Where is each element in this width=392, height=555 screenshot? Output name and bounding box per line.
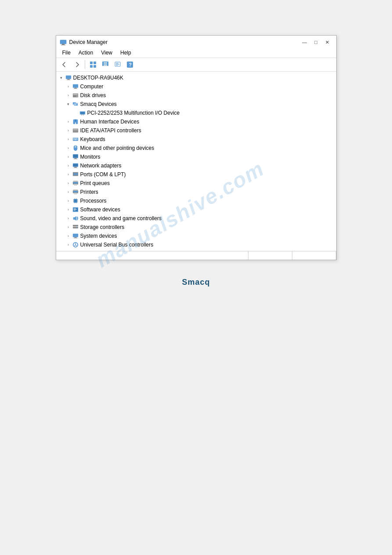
svg-rect-19 [66, 80, 70, 80]
maximize-button[interactable]: □ [311, 38, 321, 46]
label-monitors: Monitors [80, 153, 101, 161]
tree-item-software[interactable]: › Software devices [56, 205, 336, 214]
icon-smacq [72, 101, 79, 108]
label-printq: Print queues [80, 179, 110, 187]
label-disk: Disk drives [80, 91, 106, 99]
expander-disk[interactable]: › [65, 92, 72, 99]
menu-help[interactable]: Help [117, 49, 135, 57]
svg-rect-93 [72, 234, 78, 237]
svg-rect-31 [80, 112, 84, 114]
icon-keyboards [72, 136, 79, 143]
svg-text:?: ? [129, 62, 131, 67]
svg-rect-2 [61, 45, 65, 45]
svg-rect-6 [94, 65, 96, 68]
tree-item-printq[interactable]: › Print queues [56, 179, 336, 188]
menu-action[interactable]: Action [75, 49, 97, 57]
svg-rect-37 [75, 120, 76, 121]
tree-item-ports[interactable]: › Ports (COM & LPT) [56, 170, 336, 179]
tree-item-system[interactable]: › System devices [56, 232, 336, 240]
label-sound: Sound, video and game controllers [80, 214, 162, 222]
svg-rect-76 [73, 201, 73, 202]
expander-mice[interactable]: › [65, 145, 72, 152]
icon-software [72, 206, 79, 213]
svg-rect-63 [75, 173, 76, 175]
expander-ports[interactable]: › [65, 171, 72, 178]
tree-item-network[interactable]: › Network adapters [56, 161, 336, 170]
help-button[interactable]: ? [124, 59, 136, 70]
svg-rect-39 [73, 129, 78, 130]
show-warning-button[interactable] [100, 59, 111, 70]
tree-item-sound[interactable]: › Sound, video and game controllers [56, 214, 336, 223]
expander-storage[interactable]: › [65, 224, 72, 231]
expander-usb[interactable]: › [65, 241, 72, 248]
svg-rect-75 [73, 200, 73, 200]
tree-item-keyboards[interactable]: › Keyboards [56, 135, 336, 144]
toolbar: ? [56, 58, 336, 72]
expander-hid[interactable]: › [65, 118, 72, 125]
svg-rect-42 [73, 138, 74, 139]
svg-rect-5 [90, 65, 93, 68]
svg-rect-14 [116, 65, 118, 65]
svg-rect-59 [74, 167, 76, 168]
svg-rect-77 [77, 200, 78, 200]
svg-rect-85 [73, 208, 76, 209]
tree-item-pci[interactable]: PCI-2252/2253 Multifunction I/O Device [56, 109, 336, 117]
expander-ide[interactable]: › [65, 127, 72, 134]
svg-rect-28 [74, 104, 77, 104]
svg-rect-67 [73, 182, 78, 184]
tree-item-hid[interactable]: › Human Interface Devices [56, 117, 336, 126]
tree-item-printers[interactable]: › Printers [56, 188, 336, 196]
minimize-button[interactable]: — [299, 38, 310, 46]
tree-item-ide[interactable]: › IDE ATA/ATAPI controllers [56, 126, 336, 135]
svg-rect-18 [67, 79, 69, 80]
menu-view[interactable]: View [97, 49, 116, 57]
devices-by-type-button[interactable] [87, 59, 99, 70]
tree-item-storage[interactable]: › Storage controllers [56, 223, 336, 232]
expander-system[interactable]: › [65, 232, 72, 239]
tree-item-computer[interactable]: › Computer [56, 82, 336, 91]
svg-rect-22 [73, 88, 77, 89]
tree-item-smacq[interactable]: ▾ Smacq Devices [56, 100, 336, 109]
svg-rect-46 [73, 139, 74, 140]
expander-computer[interactable]: › [65, 83, 72, 90]
back-button[interactable] [59, 59, 70, 70]
expander-sound[interactable]: › [65, 215, 72, 222]
expander-printq[interactable]: › [65, 180, 72, 187]
window-title: Device Manager [69, 39, 108, 45]
forward-button[interactable] [71, 59, 83, 70]
svg-rect-55 [74, 158, 76, 159]
svg-rect-24 [73, 94, 78, 95]
tree-item-monitors[interactable]: › Monitors [56, 152, 336, 161]
tree-item-root[interactable]: ▾ DESKTOP-RA9U46K [56, 73, 336, 82]
svg-rect-33 [83, 115, 83, 116]
expander-keyboards[interactable]: › [65, 136, 72, 143]
tree-item-mice[interactable]: › Mice and other pointing devices [56, 144, 336, 152]
expander-monitors[interactable]: › [65, 153, 72, 160]
menu-file[interactable]: File [59, 49, 74, 57]
svg-rect-0 [60, 40, 66, 44]
close-button[interactable]: ✕ [322, 38, 333, 46]
svg-rect-40 [73, 131, 78, 131]
expander-software[interactable]: › [65, 206, 72, 213]
svg-rect-94 [74, 237, 76, 238]
tree-item-disk[interactable]: › Disk drives [56, 91, 336, 100]
expander-printers[interactable]: › [65, 189, 72, 196]
expander-smacq[interactable]: ▾ [65, 101, 72, 108]
svg-rect-78 [77, 201, 78, 202]
properties-button[interactable] [112, 59, 123, 70]
expander-processors[interactable]: › [65, 197, 72, 204]
svg-rect-79 [74, 199, 75, 199]
expander-root[interactable]: ▾ [58, 74, 65, 81]
tree-item-usb[interactable]: › Universal Serial Bus controllers [56, 240, 336, 249]
expander-network[interactable]: › [65, 162, 72, 169]
svg-rect-32 [81, 115, 82, 116]
svg-rect-35 [73, 122, 75, 124]
tree-item-processors[interactable]: › Processors [56, 196, 336, 205]
svg-rect-60 [73, 167, 77, 168]
icon-ports [72, 171, 79, 178]
brand-footer: Smacq [182, 278, 210, 287]
status-seg2 [248, 251, 292, 260]
icon-sound [72, 215, 79, 222]
icon-hid [72, 118, 79, 125]
tree-view[interactable]: ▾ DESKTOP-RA9U46K › [56, 72, 336, 251]
